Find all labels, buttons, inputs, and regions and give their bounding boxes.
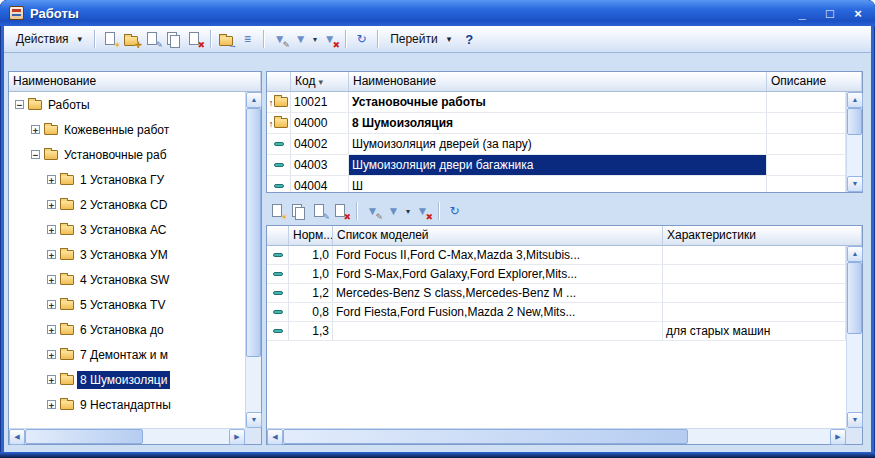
tree-item[interactable]: +9 Нестандартны <box>9 392 245 417</box>
scroll-up-button[interactable] <box>847 246 863 262</box>
add-copy-icon[interactable] <box>289 202 308 221</box>
catalog-row[interactable]: 04004Ш <box>267 176 846 192</box>
cell-code[interactable]: 04002 <box>291 134 349 154</box>
scroll-up-button[interactable] <box>847 92 863 108</box>
tree-vertical-scrollbar[interactable] <box>245 92 261 428</box>
tree-item[interactable]: +4 Установка SW <box>9 267 245 292</box>
model-row[interactable]: 1,3для старых машин <box>267 322 846 341</box>
models-horizontal-scrollbar[interactable] <box>267 428 846 444</box>
tree-column-header[interactable]: Наименование <box>9 72 261 92</box>
tree-item[interactable]: −Работы <box>9 92 245 117</box>
catalog-row[interactable]: 040008 Шумоизоляция <box>267 113 846 134</box>
help-button[interactable]: ? <box>459 31 479 48</box>
catalog-row[interactable]: 10021Установочные работы <box>267 92 846 113</box>
expand-expander-icon[interactable]: + <box>47 175 56 184</box>
minimize-button[interactable]: _ <box>794 6 810 21</box>
cell-chars[interactable]: для старых машин <box>663 322 846 340</box>
scroll-right-button[interactable] <box>830 429 846 445</box>
expand-expander-icon[interactable]: + <box>47 325 56 334</box>
tree-item[interactable]: +5 Установка TV <box>9 292 245 317</box>
edit-icon[interactable]: ✎ <box>143 30 162 49</box>
column-header-desc[interactable]: Описание <box>767 72 862 91</box>
collapse-expander-icon[interactable]: − <box>15 100 24 109</box>
cell-desc[interactable] <box>767 92 846 112</box>
tree-item[interactable]: −Установочные раб <box>9 142 245 167</box>
refresh-icon[interactable]: ↻ <box>352 30 371 49</box>
catalog-row[interactable]: 04003Шумоизоляция двери багажника <box>267 155 846 176</box>
cell-name[interactable]: Ш <box>349 176 767 192</box>
cell-norm[interactable]: 1,2 <box>289 284 333 302</box>
cell-models[interactable]: Mercedes-Benz S class,Mercedes-Benz M ..… <box>333 284 663 302</box>
model-row[interactable]: 1,0Ford Focus II,Ford C-Max,Mazda 3,Mits… <box>267 246 846 265</box>
cell-models[interactable] <box>333 322 663 340</box>
title-bar[interactable]: Работы _□× <box>0 0 875 26</box>
scroll-thumb[interactable] <box>847 262 862 334</box>
refresh-icon[interactable]: ↻ <box>445 202 464 221</box>
cell-chars[interactable] <box>663 246 846 264</box>
column-header-icon[interactable] <box>267 226 289 245</box>
cell-name[interactable]: Установочные работы <box>349 92 767 112</box>
tree-item[interactable]: +1 Установка ГУ <box>9 167 245 192</box>
clear-filter-icon[interactable]: ▼✖ <box>413 202 432 221</box>
model-row[interactable]: 0,8Ford Fiesta,Ford Fusion,Mazda 2 New,M… <box>267 303 846 322</box>
cell-norm[interactable]: 1,3 <box>289 322 333 340</box>
tree-item[interactable]: +7 Демонтаж и м <box>9 342 245 367</box>
column-header-models[interactable]: Список моделей <box>333 226 663 245</box>
new-group-icon[interactable]: ✚ <box>122 30 141 49</box>
cell-norm[interactable]: 1,0 <box>289 265 333 283</box>
tree-item[interactable]: +3 Установка УМ <box>9 242 245 267</box>
filter-by-value-icon[interactable]: ▼ <box>291 30 310 49</box>
catalog-row[interactable]: 04002Шумоизоляция дверей (за пару) <box>267 134 846 155</box>
scroll-thumb[interactable] <box>246 108 261 357</box>
tree-horizontal-scrollbar[interactable] <box>9 428 245 444</box>
scroll-track[interactable] <box>246 108 261 412</box>
tree-item[interactable]: +Кожевенные работ <box>9 117 245 142</box>
scroll-down-button[interactable] <box>246 412 262 428</box>
cell-chars[interactable] <box>663 265 846 283</box>
expand-expander-icon[interactable]: + <box>47 300 56 309</box>
cell-code[interactable]: 04000 <box>291 113 349 133</box>
cell-norm[interactable]: 1,0 <box>289 246 333 264</box>
goto-button[interactable]: Перейти <box>384 30 457 48</box>
cell-models[interactable]: Ford S-Max,Ford Galaxy,Ford Explorer,Mit… <box>333 265 663 283</box>
collapse-expander-icon[interactable]: − <box>31 150 40 159</box>
scroll-thumb[interactable] <box>25 429 143 444</box>
copy-icon[interactable] <box>164 30 183 49</box>
filter-by-value-icon[interactable]: ▼ <box>384 202 403 221</box>
scroll-down-button[interactable] <box>847 412 863 428</box>
expand-expander-icon[interactable]: + <box>47 275 56 284</box>
edit-icon[interactable]: ✎ <box>310 202 329 221</box>
cell-models[interactable]: Ford Fiesta,Ford Fusion,Mazda 2 New,Mits… <box>333 303 663 321</box>
cell-norm[interactable]: 0,8 <box>289 303 333 321</box>
tree-item[interactable]: +6 Установка до <box>9 317 245 342</box>
column-header-code[interactable]: Код <box>291 72 349 91</box>
scroll-thumb[interactable] <box>283 429 688 444</box>
cell-models[interactable]: Ford Focus II,Ford C-Max,Mazda 3,Mitsubi… <box>333 246 663 264</box>
scroll-track[interactable] <box>25 429 229 444</box>
model-row[interactable]: 1,2Mercedes-Benz S class,Mercedes-Benz M… <box>267 284 846 303</box>
scroll-track[interactable] <box>847 108 862 176</box>
scroll-left-button[interactable] <box>267 429 283 445</box>
new-item-icon[interactable]: ✶ <box>101 30 120 49</box>
cell-code[interactable]: 04003 <box>291 155 349 175</box>
scroll-down-button[interactable] <box>847 176 863 192</box>
cell-name[interactable]: Шумоизоляция дверей (за пару) <box>349 134 767 154</box>
cell-desc[interactable] <box>767 176 846 192</box>
scroll-track[interactable] <box>847 262 862 412</box>
add-icon[interactable]: ✶ <box>268 202 287 221</box>
cell-code[interactable]: 04004 <box>291 176 349 192</box>
column-header-name[interactable]: Наименование <box>349 72 767 91</box>
tree-item[interactable]: +8 Шумоизоляци <box>9 367 245 392</box>
scroll-left-button[interactable] <box>9 429 25 445</box>
scroll-up-button[interactable] <box>246 92 262 108</box>
expand-expander-icon[interactable]: + <box>47 250 56 259</box>
filter-sort-icon[interactable]: ▼✎ <box>363 202 382 221</box>
expand-expander-icon[interactable]: + <box>47 400 56 409</box>
cell-desc[interactable] <box>767 113 846 133</box>
model-row[interactable]: 1,0Ford S-Max,Ford Galaxy,Ford Explorer,… <box>267 265 846 284</box>
cell-desc[interactable] <box>767 134 846 154</box>
move-to-group-icon[interactable]: → <box>217 30 236 49</box>
tree-item[interactable]: +3 Установка АС <box>9 217 245 242</box>
catalog-vertical-scrollbar[interactable] <box>846 92 862 192</box>
filter-sort-icon[interactable]: ▼✎ <box>270 30 289 49</box>
